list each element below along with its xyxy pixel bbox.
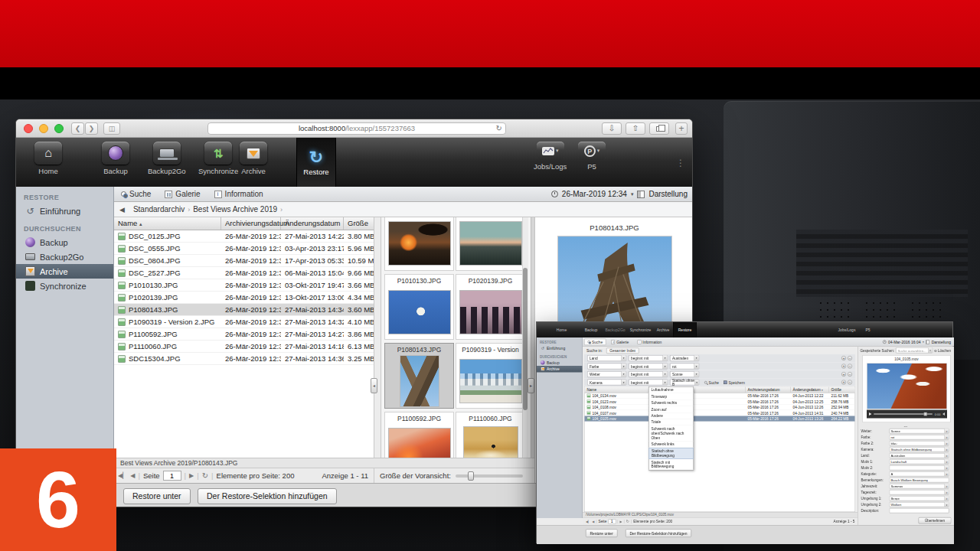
restore-under-button[interactable]: Restore unter	[586, 530, 617, 538]
add-to-restore-selection-button[interactable]: Der Restore-Selektion hinzufügen	[626, 530, 691, 538]
table-row[interactable]: 104_0108.mov 05-Mär-2016 17:26 04-Jun-20…	[585, 405, 855, 411]
address-bar[interactable]: localhost:8000/lexxapp/1557237663 ↻	[207, 122, 506, 135]
sidebar-item-einfuehrung[interactable]: ↺ Einführung	[16, 204, 113, 218]
page-input[interactable]	[608, 519, 616, 523]
thumbnail-image[interactable]	[388, 428, 451, 458]
criteria-operator-select[interactable]: beginnt mit▾	[629, 355, 668, 361]
first-page-button[interactable]: ◀▏	[586, 520, 590, 523]
metadata-input[interactable]: A ▾	[890, 471, 949, 477]
close-window-button[interactable]	[24, 124, 33, 133]
table-row[interactable]: SDC15304.JPG 26-Mär-2019 12:34 27-Mai-20…	[114, 353, 374, 365]
mini-toolbar-backup[interactable]: Backup	[580, 322, 603, 337]
table-row[interactable]: DSC_0125.JPG 26-Mär-2019 12:34 27-Mai-20…	[114, 230, 374, 243]
thumbnail-image[interactable]	[463, 426, 518, 458]
mini-toolbar-p5[interactable]: P5	[861, 322, 874, 337]
remove-criteria-button[interactable]: −	[848, 356, 852, 360]
restore-under-button[interactable]: Restore unter	[123, 488, 191, 504]
sidebar-toggle-button[interactable]: ◫	[103, 122, 120, 135]
sidebar-item[interactable]: Synchronize	[16, 279, 113, 293]
criteria-field-select[interactable]: Wetter▾	[587, 371, 626, 377]
metadata-input[interactable]: Statisch ohne Bildbewegung ▾	[890, 447, 949, 452]
table-row[interactable]: 104_0123.mov 05-Mär-2016 17:26 04-Jun-20…	[585, 399, 855, 405]
view-tab[interactable]: Suche	[584, 339, 606, 346]
new-tab-button[interactable]: +	[675, 122, 688, 135]
remove-criteria-button[interactable]: −	[848, 380, 852, 385]
minimize-window-button[interactable]	[39, 124, 48, 133]
toolbar-item-restore-active[interactable]: ↻ Restore	[296, 138, 336, 187]
criteria-field-select[interactable]: Farbe▾	[587, 364, 626, 370]
mini-toolbar-archive[interactable]: Archive	[653, 322, 673, 337]
dropdown-option[interactable]: Timewarp	[649, 393, 694, 399]
tab-overview-button[interactable]	[649, 122, 669, 135]
column-header-modified[interactable]: Änderungsdatum ▾	[791, 387, 829, 393]
first-page-button[interactable]: ◀▏	[118, 472, 127, 479]
refresh-icon[interactable]: ↻	[626, 520, 629, 524]
view-tab[interactable]: Information	[207, 187, 270, 201]
table-row[interactable]: DSC_0804.JPG 26-Mär-2019 12:34 17-Apr-20…	[114, 255, 374, 267]
column-header-size[interactable]: Größe	[829, 387, 854, 393]
column-header-modified[interactable]: Änderungsdatum	[281, 217, 344, 230]
view-tab[interactable]: Galerie	[158, 187, 207, 201]
metadata-input[interactable]: Wolken ▾	[890, 502, 949, 507]
dropdown-option[interactable]: Andere	[649, 412, 694, 419]
scrubber-thumb[interactable]	[924, 412, 928, 416]
column-header-size[interactable]: Größe	[344, 217, 374, 230]
toolbar-overflow-icon[interactable]: ⋮	[676, 158, 685, 168]
dropdown-option[interactable]: Schwenk nach oben/Schwenk nach Oben	[649, 425, 694, 441]
metadata-input[interactable]: Busch Wolken Bewegung ▾	[890, 478, 949, 483]
reload-icon[interactable]: ↻	[496, 123, 502, 134]
toolbar-item-backup[interactable]: Backup	[102, 142, 129, 175]
table-row[interactable]: P1090319 - Version 2.JPG 26-Mär-2019 12:…	[114, 316, 374, 328]
metadata-input[interactable]: Berge ▾	[890, 496, 949, 501]
gallery-item[interactable]	[456, 217, 525, 271]
gallery-item[interactable]: P1010130.JPG	[384, 274, 454, 340]
mini-toolbar-restore-active[interactable]: Restore	[673, 322, 697, 337]
mini-toolbar-home[interactable]: Home	[548, 322, 575, 337]
breadcrumb-root[interactable]: Standardarchiv	[130, 205, 188, 214]
refresh-icon[interactable]: ↻	[202, 471, 208, 480]
mini-toolbar-jobs-logs[interactable]: Jobs/Logs	[835, 322, 858, 337]
add-criteria-button[interactable]: +	[841, 356, 846, 360]
archive-date-selector[interactable]: 26-Mar-2019 12:34	[562, 190, 627, 198]
pane-collapse-handle[interactable]: ◂	[371, 378, 377, 393]
toolbar-item-synchronize[interactable]: ⇅ Synchronize	[198, 142, 238, 175]
remove-criteria-button[interactable]: −	[848, 364, 852, 369]
toolbar-item-backup2go[interactable]: Backup2Go	[148, 142, 186, 175]
sidebar-item[interactable]: Backup	[537, 360, 583, 367]
next-page-button[interactable]: ▶	[620, 520, 622, 523]
darstellung-button[interactable]: Darstellung	[648, 190, 688, 198]
sidebar-item[interactable]: Backup2Go	[16, 249, 113, 264]
criteria-field-select[interactable]: Kamera▾	[587, 380, 626, 386]
table-row[interactable]: P1010130.JPG 26-Mär-2019 12:34 03-Okt-20…	[114, 279, 374, 292]
add-criteria-button[interactable]: +	[841, 372, 846, 377]
view-tab[interactable]: Suche	[114, 187, 158, 201]
table-scrollbar[interactable]	[374, 217, 381, 458]
darstellung-button[interactable]: Darstellung	[932, 340, 951, 344]
remove-criteria-button[interactable]: −	[848, 372, 852, 377]
pane-collapse-handle[interactable]: ▸	[528, 378, 534, 393]
criteria-value-select[interactable]: Statisch ohne B▾	[670, 380, 699, 386]
add-to-restore-selection-button[interactable]: Der Restore-Selektion hinzufügen	[198, 488, 337, 504]
metadata-input[interactable]: rot ▾	[890, 435, 949, 440]
gallery-scrollbar[interactable]	[522, 217, 528, 458]
column-header-name[interactable]: Name ▴	[114, 217, 221, 230]
thumbnail-image[interactable]	[388, 290, 451, 334]
prev-page-button[interactable]: ◀	[130, 472, 135, 479]
criteria-value-select[interactable]: rot▾	[670, 364, 699, 370]
table-row[interactable]: 104_0105.mov 05-Mär-2016 17:26 04-Jun-20…	[585, 416, 855, 422]
next-page-button[interactable]: ▶	[189, 472, 194, 479]
dropdown-option[interactable]: Totale	[649, 419, 694, 425]
metadata-input[interactable]: ▾	[890, 490, 949, 495]
table-row[interactable]: DSC_2527.JPG 26-Mär-2019 12:34 06-Mai-20…	[114, 267, 374, 279]
metadata-input[interactable]: blau ▾	[890, 441, 949, 446]
search-button[interactable]: Suche	[704, 380, 719, 385]
sidebar-item[interactable]: Archive	[16, 264, 113, 279]
sidebar-item-einfuehrung[interactable]: ↺ Einführung	[537, 345, 583, 352]
breadcrumb-current[interactable]: Best Views Archive 2019	[190, 205, 280, 214]
gallery-item[interactable]: P1090319 - Version	[456, 343, 525, 409]
table-row[interactable]: P1020139.JPG 26-Mär-2019 12:34 13-Okt-20…	[114, 292, 374, 304]
column-header-archived[interactable]: Archivierungsdatum	[746, 387, 791, 393]
metadata-input[interactable]: Australien ▾	[890, 453, 949, 458]
dropdown-option[interactable]: Schwenk rechts	[649, 399, 694, 406]
browser-back-button[interactable]: ❮	[71, 122, 84, 135]
